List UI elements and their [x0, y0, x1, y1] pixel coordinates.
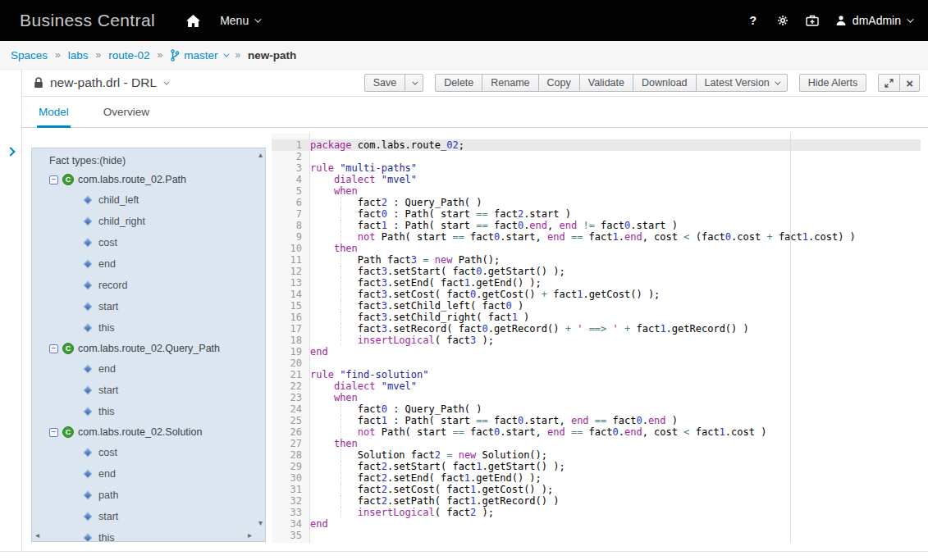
branch-selector[interactable]: master [170, 49, 227, 61]
line-number: 18 [272, 335, 310, 346]
code-line[interactable]: 10 then [272, 243, 921, 254]
code-line[interactable]: 33 insertLogical( fact2 ); [272, 507, 921, 518]
validate-button[interactable]: Validate [579, 74, 633, 92]
save-button[interactable]: Save [364, 74, 406, 92]
breadcrumb-spaces[interactable]: Spaces [11, 49, 48, 61]
top-navbar: Business Central Menu ? dmAdmin [0, 0, 928, 41]
code-line[interactable]: 5 when [272, 185, 921, 197]
scroll-left-icon[interactable] [35, 531, 39, 540]
tree-field-row[interactable]: cost [32, 232, 265, 253]
tree-field-row[interactable]: this [32, 527, 265, 542]
tree-field-row[interactable]: path [32, 485, 265, 506]
settings-button[interactable] [768, 0, 798, 41]
collapse-toggle-icon[interactable] [49, 428, 58, 437]
tree-field-row[interactable]: child_right [32, 211, 265, 232]
class-icon [62, 426, 74, 438]
code-line[interactable]: 23 when [272, 392, 921, 403]
chevron-down-icon [224, 51, 230, 57]
asset-title-dropdown[interactable]: new-path.drl - DRL [34, 75, 167, 90]
code-line[interactable]: 3rule "multi-paths" [272, 162, 921, 174]
tree-field-row[interactable]: start [32, 380, 265, 401]
close-editor-button[interactable]: × [899, 74, 920, 92]
code-line[interactable]: 22 dialect "mvel" [272, 380, 921, 392]
delete-button[interactable]: Delete [435, 74, 482, 92]
code-line[interactable]: 11 Path fact3 = new Path(); [272, 254, 921, 266]
code-line[interactable]: 30 fact2.setEnd( fact1.getEnd() ); [272, 472, 921, 484]
code-line[interactable]: 31 fact2.setCost( fact1.getCost() ); [272, 484, 921, 495]
tree-field-row[interactable]: end [32, 358, 265, 380]
panel-expand-icon[interactable] [6, 147, 15, 156]
tree-field-row[interactable]: this [32, 317, 265, 339]
tab-overview[interactable]: Overview [102, 106, 151, 127]
code-line[interactable]: 35 [272, 530, 921, 541]
tree-field-row[interactable]: start [32, 296, 265, 317]
tree-class-row[interactable]: com.labs.route_02.Query_Path [32, 339, 265, 358]
tree-field-row[interactable]: record [32, 275, 265, 296]
code-line[interactable]: 14 fact3.setCost( fact0.getCost() + fact… [272, 289, 921, 300]
code-line[interactable]: 26 not Path( start == fact0.start, end =… [272, 426, 921, 438]
tree-field-row[interactable]: this [32, 401, 265, 422]
menu-dropdown[interactable]: Menu [210, 0, 269, 41]
fact-types-hide-link[interactable]: (hide) [99, 155, 126, 166]
save-options-button[interactable] [405, 74, 423, 92]
code-line[interactable]: 8 fact1 : Path( start == fact0.end, end … [272, 220, 921, 231]
home-button[interactable] [176, 0, 210, 41]
navbar-utilities: ? dmAdmin [738, 0, 917, 41]
tree-field-row[interactable]: end [32, 253, 265, 275]
fullscreen-button[interactable] [878, 74, 900, 92]
download-button[interactable]: Download [633, 74, 697, 92]
user-menu[interactable]: dmAdmin [827, 0, 917, 41]
app-logo[interactable]: Business Central [20, 11, 155, 30]
code-line[interactable]: 15 fact3.setChild_left( fact0 ) [272, 300, 921, 312]
line-number: 17 [272, 323, 310, 335]
collapse-toggle-icon[interactable] [49, 344, 58, 353]
code-line[interactable]: 12 fact3.setStart( fact0.getStart() ); [272, 266, 921, 277]
hide-alerts-button[interactable]: Hide Alerts [799, 74, 866, 92]
collapse-toggle-icon[interactable] [49, 175, 58, 184]
drl-source-editor[interactable]: 1package com.labs.route_02;23rule "multi… [272, 134, 921, 543]
code-line[interactable]: 4 dialect "mvel" [272, 174, 921, 185]
code-line[interactable]: 32 fact2.setPath( fact1.getRecord() ) [272, 495, 921, 507]
code-line[interactable]: 18 insertLogical( fact3 ); [272, 335, 921, 346]
asset-actions-group: Delete Rename Copy Validate Download Lat… [435, 74, 788, 92]
tree-field-row[interactable]: end [32, 463, 265, 485]
code-line[interactable]: 19end [272, 346, 921, 357]
code-line[interactable]: 25 fact1 : Path( start == fact0.start, e… [272, 415, 921, 426]
code-line[interactable]: 28 Solution fact2 = new Solution(); [272, 449, 921, 461]
code-line[interactable]: 13 fact3.setEnd( fact1.getEnd() ); [272, 277, 921, 289]
code-line-text: rule "multi-paths" [310, 162, 921, 174]
breadcrumb-project[interactable]: route-02 [108, 49, 149, 61]
code-line[interactable]: 20 [272, 357, 921, 369]
tree-class-row[interactable]: com.labs.route_02.Path [32, 170, 265, 189]
line-number: 21 [272, 369, 310, 380]
help-button[interactable]: ? [738, 0, 768, 41]
scroll-right-icon[interactable] [248, 531, 252, 540]
code-line[interactable]: 2 [272, 151, 921, 162]
version-selector-button[interactable]: Latest Version [696, 74, 788, 92]
code-line[interactable]: 17 fact3.setRecord( fact0.getRecord() + … [272, 323, 921, 335]
field-icon [83, 407, 92, 416]
tree-field-row[interactable]: cost [32, 442, 265, 463]
code-line[interactable]: 6 fact2 : Query_Path( ) [272, 197, 921, 208]
knowledge-store-button[interactable] [798, 0, 827, 41]
breadcrumb-space-name[interactable]: labs [68, 49, 89, 61]
rename-button[interactable]: Rename [482, 74, 538, 92]
code-line[interactable]: 24 fact0 : Query_Path( ) [272, 403, 921, 415]
code-line[interactable]: 34end [272, 518, 921, 530]
scroll-up-icon[interactable] [258, 151, 263, 159]
tree-field-row[interactable]: start [32, 506, 265, 527]
tab-model[interactable]: Model [37, 106, 71, 127]
tree-field-row[interactable]: child_left [32, 189, 265, 211]
code-line[interactable]: 29 fact2.setStart( fact1.getStart() ); [272, 461, 921, 472]
code-line[interactable]: 9 not Path( start == fact0.start, end ==… [272, 231, 921, 243]
code-line[interactable]: 1package com.labs.route_02; [272, 139, 921, 151]
code-line-text: then [310, 243, 921, 254]
copy-button[interactable]: Copy [538, 74, 580, 92]
code-line[interactable]: 27 then [272, 438, 921, 449]
tree-class-row[interactable]: com.labs.route_02.Solution [32, 422, 265, 442]
field-icon [83, 448, 92, 457]
code-line[interactable]: 16 fact3.setChild_right( fact1 ) [272, 312, 921, 323]
code-line[interactable]: 21rule "find-solution" [272, 369, 921, 380]
code-line[interactable]: 7 fact0 : Path( start == fact2.start ) [272, 208, 921, 220]
scroll-down-icon[interactable] [258, 519, 263, 527]
